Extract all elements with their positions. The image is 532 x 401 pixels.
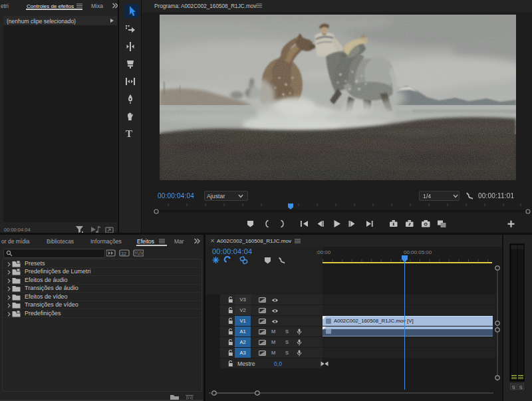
- svg-text:32: 32: [121, 251, 126, 256]
- svg-text:S: S: [519, 384, 523, 390]
- svg-text:YUV: YUV: [134, 251, 144, 255]
- svg-text:S: S: [512, 384, 515, 390]
